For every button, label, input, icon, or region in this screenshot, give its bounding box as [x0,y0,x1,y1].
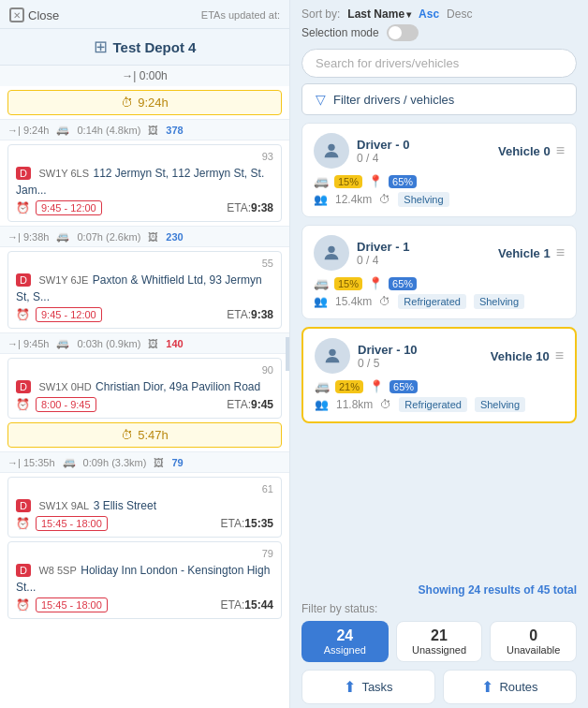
clock-icon-2: ⏱ [121,428,133,442]
separator-2: →| 9:38h 🚐 0:07h (2.6km) 🖼 230 [0,226,289,247]
stop-label-4: D [16,499,31,512]
stop-eta-5: ETA:15:44 [221,598,273,612]
search-input[interactable]: Search for drivers/vehicles [301,49,577,78]
vehicle-meta-0: Vehicle 0 ≡ [498,142,565,159]
selection-mode-toggle[interactable] [387,24,419,41]
sep-img-3: 🖼 [148,338,158,349]
driver-info-0: Driver - 0 0 / 4 [314,133,409,169]
left-panel: ✕ Close ETAs updated at: › ⊞ Test Depot … [0,0,290,708]
avatar-10 [315,338,350,374]
yellow-bar-1: ⏱ 9:24h [7,90,282,115]
sep-stops-3: 140 [166,338,183,349]
tab-unavailable[interactable]: 0 Unavailable [490,621,577,662]
sep-stops-2: 230 [166,231,183,243]
sep-img-1: 🖼 [148,125,158,136]
menu-icon-10[interactable]: ≡ [555,347,564,364]
stop-label-2: D [16,273,31,287]
pct-blue-10: 65% [390,380,418,393]
clock-icon-s4: ⏰ [16,517,30,530]
stop-eta-1: ETA:9:38 [227,201,273,214]
yellow-bar-2: ⏱ 5:47h [7,422,282,448]
drivers-list: Driver - 0 0 / 4 Vehicle 0 ≡ 🚐 15% 📍 65%… [290,123,588,576]
stop-eta-3: ETA:9:45 [227,398,273,411]
filter-label: Filter drivers / vehicles [333,93,454,107]
vehicle-name-10: Vehicle 10 [491,349,550,363]
tasks-icon: ⬆ [344,678,356,696]
sep-drive-2: 0:07h (2.6km) [77,231,140,243]
sort-desc-button[interactable]: Desc [447,7,472,21]
depot-row: ⊞ Test Depot 4 [0,29,289,66]
driver-bottom-0: 👥 12.4km ⏱ Shelving [314,192,565,207]
bars-row-1: 🚐 15% 📍 65% [314,276,565,290]
stop-postcode-1: SW1Y 6LS [38,168,89,179]
stop-time-row-1: ⏰ 9:45 - 12:00 ETA:9:38 [16,200,273,215]
action-row: ⬆ Tasks ⬆ Routes [301,670,577,704]
distance-0: 12.4km [335,193,372,206]
vehicle-meta-10: Vehicle 10 ≡ [491,347,564,364]
left-header: ✕ Close ETAs updated at: [0,0,289,29]
stop-card-2[interactable]: 55 D SW1Y 6JE Paxton & Whitfield Ltd, 93… [7,251,282,329]
filter-icon: ▽ [316,92,326,107]
chevron-down-icon: ▾ [406,9,411,20]
stop-address-row-2: D SW1Y 6JE Paxton & Whitfield Ltd, 93 Je… [16,271,273,304]
close-button[interactable]: ✕ Close [9,7,59,22]
sep-icon-1: 🚐 [56,124,69,136]
clock-icon-s2: ⏰ [16,308,30,321]
stop-card-4[interactable]: 61 D SW1X 9AL 3 Ellis Street ⏰ 15:45 - 1… [7,477,282,538]
driver-top-1: Driver - 1 0 / 4 Vehicle 1 ≡ [314,235,565,271]
stop-address-4: 3 Ellis Street [94,499,156,512]
selection-mode-label: Selection mode [301,26,379,39]
pct-blue-1: 65% [389,277,417,290]
stop-num-1: 93 [16,151,273,162]
bars-row-10: 🚐 21% 📍 65% [315,379,564,393]
routes-icon: ⬆ [481,678,493,696]
clock-icon-s3: ⏰ [16,398,30,411]
sep-icon-3: 🚐 [56,337,69,349]
tag-refrigerated-10: Refrigerated [399,397,467,412]
expand-panel-button[interactable]: › [286,337,290,371]
driver-info-1: Driver - 1 0 / 4 [314,235,409,271]
driver-slots-0: 0 / 4 [357,152,409,165]
tab-unassigned[interactable]: 21 Unassigned [396,621,483,662]
stop-card-1[interactable]: 93 D SW1Y 6LS 112 Jermyn St, 112 Jermyn … [7,144,282,222]
driver-card-1[interactable]: Driver - 1 0 / 4 Vehicle 1 ≡ 🚐 15% 📍 65%… [301,225,577,319]
menu-icon-1[interactable]: ≡ [556,244,565,261]
stop-card-5[interactable]: 79 D W8 5SP Holiday Inn London - Kensing… [7,541,282,619]
menu-icon-0[interactable]: ≡ [556,142,565,159]
pct-yellow-0: 15% [334,175,362,188]
close-label: Close [28,8,59,22]
sep-img-4: 🖼 [154,457,164,468]
route-scroll-area[interactable]: ⏱ 9:24h →| 9:24h 🚐 0:14h (4.8km) 🖼 378 9… [0,86,289,708]
separator-4: →| 15:35h 🚐 0:09h (3.3km) 🖼 79 [0,451,289,473]
tasks-button[interactable]: ⬆ Tasks [301,670,435,704]
sort-label: Sort by: [301,7,340,21]
pin-icon-1: 📍 [368,276,383,290]
driver-meta-1: Driver - 1 0 / 4 [357,240,409,267]
driver-info-10: Driver - 10 0 / 5 [315,338,418,374]
pin-icon-10: 📍 [369,379,384,393]
sort-field-select[interactable]: Last Name ▾ [347,7,411,21]
sort-asc-button[interactable]: Asc [419,7,439,21]
tab-assigned[interactable]: 24 Assigned [301,621,389,662]
filter-button[interactable]: ▽ Filter drivers / vehicles [301,83,577,115]
pct-yellow-10: 21% [335,380,363,393]
driver-top-0: Driver - 0 0 / 4 Vehicle 0 ≡ [314,133,565,169]
routes-button[interactable]: ⬆ Routes [443,670,577,704]
assigned-label: Assigned [306,644,384,656]
driver-bottom-1: 👥 15.4km ⏱ Refrigerated Shelving [314,294,565,309]
unavailable-count: 0 [494,627,572,644]
people-icon-10: 👥 [315,398,329,411]
clock-icon-d1: ⏱ [379,295,390,308]
clock-icon-d0: ⏱ [379,193,390,206]
stop-card-3[interactable]: 90 D SW1X 0HD Christian Dior, 49a Pavili… [7,358,282,419]
stop-address-3: Christian Dior, 49a Pavilion Road [96,380,260,393]
stop-postcode-4: SW1X 9AL [38,500,89,511]
driver-card-0[interactable]: Driver - 0 0 / 4 Vehicle 0 ≡ 🚐 15% 📍 65%… [301,123,577,217]
unassigned-count: 21 [401,627,478,644]
showing-text: Showing 24 results of 45 total [301,583,577,597]
driver-card-10[interactable]: Driver - 10 0 / 5 Vehicle 10 ≡ 🚐 21% 📍 6… [301,327,577,423]
vehicle-name-1: Vehicle 1 [498,246,551,260]
stop-address-row-4: D SW1X 9AL 3 Ellis Street [16,496,273,513]
eta-updated-text: ETAs updated at: [201,9,280,21]
tasks-label: Tasks [361,680,392,694]
